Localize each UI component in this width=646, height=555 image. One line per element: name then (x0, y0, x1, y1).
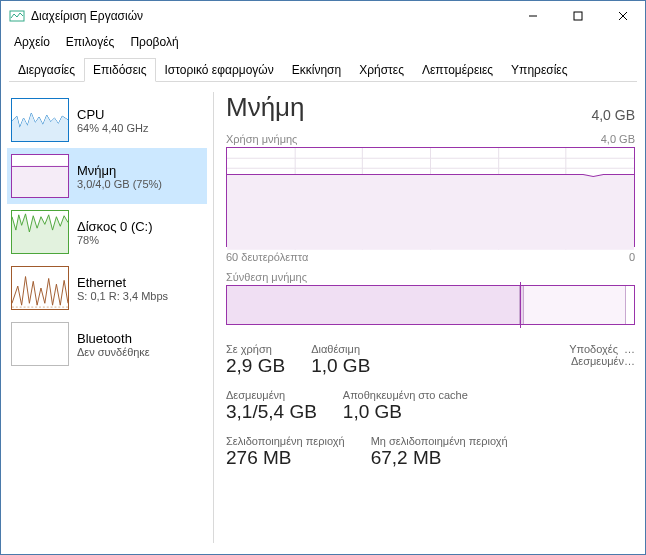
ethernet-sub: S: 0,1 R: 3,4 Mbps (77, 290, 203, 302)
sidebar-item-ethernet[interactable]: Ethernet S: 0,1 R: 3,4 Mbps (7, 260, 207, 316)
tab-performance[interactable]: Επιδόσεις (84, 58, 156, 82)
bluetooth-title: Bluetooth (77, 331, 203, 346)
inuse-value: 2,9 GB (226, 355, 285, 377)
paged-label: Σελιδοποιημένη περιοχή (226, 435, 345, 447)
window-controls (510, 1, 645, 31)
committed-value: 3,1/5,4 GB (226, 401, 317, 423)
svg-rect-6 (12, 166, 68, 197)
maximize-button[interactable] (555, 1, 600, 31)
memory-usage-graph[interactable] (226, 147, 635, 247)
svg-marker-23 (227, 174, 634, 249)
memory-total: 4,0 GB (591, 107, 635, 123)
tab-users[interactable]: Χρήστες (350, 58, 413, 82)
svg-rect-2 (574, 12, 582, 20)
tab-details[interactable]: Λεπτομέρειες (413, 58, 502, 82)
menu-view[interactable]: Προβολή (123, 33, 185, 51)
available-value: 1,0 GB (311, 355, 370, 377)
svg-marker-5 (12, 113, 68, 141)
usage-label: Χρήση μνήμης (226, 133, 297, 145)
bluetooth-sub: Δεν συνδέθηκε (77, 346, 203, 358)
disk-title: Δίσκος 0 (C:) (77, 219, 203, 234)
menu-options[interactable]: Επιλογές (59, 33, 122, 51)
taskmgr-icon (9, 8, 25, 24)
stats-grid: Σε χρήση 2,9 GB Διαθέσιμη 1,0 GB Υποδοχέ… (226, 343, 635, 389)
cached-value: 1,0 GB (343, 401, 468, 423)
sockets-label: Υποδοχές (569, 343, 618, 355)
time-axis-left: 60 δευτερόλεπτα (226, 251, 308, 263)
window-title: Διαχείριση Εργασιών (31, 9, 510, 23)
page-title: Μνήμη (226, 92, 305, 123)
nonpaged-value: 67,2 MB (371, 447, 508, 469)
ethernet-title: Ethernet (77, 275, 203, 290)
sidebar-item-memory[interactable]: Μνήμη 3,0/4,0 GB (75%) (7, 148, 207, 204)
tab-apphistory[interactable]: Ιστορικό εφαρμογών (156, 58, 283, 82)
close-button[interactable] (600, 1, 645, 31)
content: CPU 64% 4,40 GHz Μνήμη 3,0/4,0 GB (75%) … (1, 82, 645, 553)
disk-sparkline (11, 210, 69, 254)
sidebar-item-cpu[interactable]: CPU 64% 4,40 GHz (7, 92, 207, 148)
sidebar-item-disk[interactable]: Δίσκος 0 (C:) 78% (7, 204, 207, 260)
cpu-sparkline (11, 98, 69, 142)
memory-sparkline (11, 154, 69, 198)
tab-bar: Διεργασίες Επιδόσεις Ιστορικό εφαρμογών … (9, 57, 637, 82)
paged-value: 276 MB (226, 447, 345, 469)
reserved-label: Δεσμευμέν… (571, 355, 635, 367)
cpu-sub: 64% 4,40 GHz (77, 122, 203, 134)
available-label: Διαθέσιμη (311, 343, 370, 355)
committed-label: Δεσμευμένη (226, 389, 317, 401)
ethernet-sparkline (11, 266, 69, 310)
titlebar: Διαχείριση Εργασιών (1, 1, 645, 31)
stats-grid-2: Δεσμευμένη 3,1/5,4 GB Αποθηκευμένη στο c… (226, 389, 635, 435)
inuse-label: Σε χρήση (226, 343, 285, 355)
minimize-button[interactable] (510, 1, 555, 31)
sockets-value: … (624, 343, 635, 355)
sidebar: CPU 64% 4,40 GHz Μνήμη 3,0/4,0 GB (75%) … (7, 92, 207, 543)
main-panel: Μνήμη 4,0 GB Χρήση μνήμης 4,0 GB 60 δευτ… (226, 92, 635, 543)
tab-startup[interactable]: Εκκίνηση (283, 58, 350, 82)
memory-composition-graph[interactable] (226, 285, 635, 325)
bluetooth-sparkline (11, 322, 69, 366)
menubar: Αρχείο Επιλογές Προβολή (1, 31, 645, 53)
memory-title: Μνήμη (77, 163, 203, 178)
memory-sub: 3,0/4,0 GB (75%) (77, 178, 203, 190)
time-axis-right: 0 (629, 251, 635, 263)
cached-label: Αποθηκευμένη στο cache (343, 389, 468, 401)
tab-processes[interactable]: Διεργασίες (9, 58, 84, 82)
tab-services[interactable]: Υπηρεσίες (502, 58, 576, 82)
usage-max: 4,0 GB (601, 133, 635, 145)
menu-file[interactable]: Αρχείο (7, 33, 57, 51)
composition-label: Σύνθεση μνήμης (226, 271, 307, 283)
nonpaged-label: Μη σελιδοποιημένη περιοχή (371, 435, 508, 447)
sidebar-item-bluetooth[interactable]: Bluetooth Δεν συνδέθηκε (7, 316, 207, 372)
stats-grid-3: Σελιδοποιημένη περιοχή 276 MB Μη σελιδοπ… (226, 435, 635, 481)
vertical-divider (213, 92, 214, 543)
cpu-title: CPU (77, 107, 203, 122)
disk-sub: 78% (77, 234, 203, 246)
